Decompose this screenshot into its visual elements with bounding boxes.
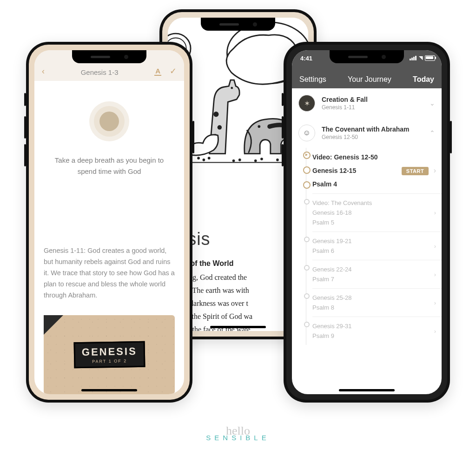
mark-complete-button[interactable]: ✓ bbox=[170, 66, 177, 76]
start-button[interactable]: START bbox=[402, 167, 429, 175]
upcoming-group[interactable]: Genesis 25-28 Psalm 8 › bbox=[312, 288, 442, 317]
video-card-genesis[interactable]: GENESIS PART 1 OF 2 bbox=[44, 315, 175, 394]
chevron-up-icon: ⌃ bbox=[430, 129, 435, 137]
nav-settings[interactable]: Settings bbox=[299, 75, 326, 84]
upcoming-group[interactable]: Genesis 29-31 Psalm 9 › bbox=[312, 317, 442, 345]
timeline-node-icon bbox=[304, 293, 310, 299]
section-covenant-abraham[interactable]: ☺ The Covenant with Abraham Genesis 12-5… bbox=[292, 118, 442, 148]
timeline-node-icon bbox=[303, 181, 311, 189]
phone-devotional: ‹ Genesis 1-3 A ✓ Take a deep breath as … bbox=[26, 42, 192, 403]
svg-point-9 bbox=[203, 159, 205, 161]
svg-point-7 bbox=[258, 125, 260, 128]
chevron-right-icon: › bbox=[434, 271, 436, 278]
section-icon: ☺ bbox=[298, 125, 315, 141]
brand-logo: hello SENSIBLE bbox=[0, 428, 476, 442]
video-title: GENESIS bbox=[81, 345, 137, 358]
status-time: 4:41 bbox=[300, 55, 312, 62]
timeline-node-icon bbox=[304, 265, 310, 271]
passage-summary: Genesis 1-11: God creates a good world, … bbox=[44, 245, 175, 301]
nav-today[interactable]: Today bbox=[413, 75, 434, 84]
app-showcase: esis ion of the World inning, God create… bbox=[0, 0, 476, 476]
section-subtitle: Genesis 12-50 bbox=[322, 134, 430, 140]
svg-point-5 bbox=[218, 125, 222, 129]
phone-journey: 4:41 ◥ Settings Your Journey Today ✶ Cre… bbox=[284, 42, 450, 403]
signal-icon bbox=[410, 56, 416, 60]
chevron-down-icon: ⌄ bbox=[430, 99, 435, 107]
svg-point-10 bbox=[208, 157, 211, 159]
chevron-right-icon: › bbox=[434, 166, 436, 174]
item-psalm-4[interactable]: Psalm 4 bbox=[312, 178, 436, 191]
breathing-prompt: Take a deep breath as you begin to spend… bbox=[48, 155, 170, 177]
svg-point-4 bbox=[213, 112, 218, 117]
svg-point-13 bbox=[254, 159, 257, 162]
section-icon: ✶ bbox=[298, 95, 315, 112]
svg-point-8 bbox=[197, 157, 200, 159]
section-creation-fall[interactable]: ✶ Creation & Fall Genesis 1-11 ⌄ bbox=[292, 88, 442, 118]
timeline-node-icon bbox=[303, 166, 311, 174]
wifi-icon: ◥ bbox=[419, 55, 423, 61]
svg-point-3 bbox=[231, 87, 233, 89]
chevron-right-icon: › bbox=[434, 209, 436, 216]
read-scripture-tag-icon bbox=[44, 315, 63, 335]
section-subtitle: Genesis 1-11 bbox=[322, 104, 430, 111]
chevron-right-icon: › bbox=[434, 328, 436, 335]
journey-list[interactable]: ✶ Creation & Fall Genesis 1-11 ⌄ ☺ The C… bbox=[292, 88, 442, 394]
svg-point-14 bbox=[260, 158, 263, 160]
item-genesis-12-15[interactable]: Genesis 12-15 START › bbox=[312, 164, 436, 178]
upcoming-group[interactable]: Genesis 22-24 Psalm 7 › bbox=[312, 260, 442, 288]
upcoming-group[interactable]: Video: The Covenants Genesis 16-18 Psalm… bbox=[312, 193, 442, 231]
font-size-button[interactable]: A bbox=[154, 67, 161, 76]
section-title: The Covenant with Abraham bbox=[322, 126, 430, 133]
passage-title: Genesis 1-3 bbox=[81, 68, 119, 76]
svg-point-12 bbox=[238, 159, 241, 161]
svg-point-11 bbox=[232, 159, 235, 162]
timeline-node-icon bbox=[304, 199, 310, 205]
video-subtitle: PART 1 OF 2 bbox=[82, 358, 137, 364]
back-button[interactable]: ‹ bbox=[42, 66, 45, 76]
scripture-body[interactable]: inning, God created the arth. The earth … bbox=[177, 271, 299, 331]
timeline-node-play-icon bbox=[303, 152, 311, 159]
chevron-right-icon: › bbox=[434, 299, 436, 306]
battery-icon bbox=[425, 55, 435, 61]
chevron-right-icon: › bbox=[434, 243, 436, 250]
timeline-node-icon bbox=[304, 237, 310, 242]
upcoming-group[interactable]: Genesis 19-21 Psalm 6 › bbox=[312, 231, 442, 260]
timeline-node-icon bbox=[304, 322, 310, 327]
breathing-indicator bbox=[89, 101, 129, 141]
item-video-genesis-12-50[interactable]: Video: Genesis 12-50 bbox=[312, 151, 436, 164]
svg-point-15 bbox=[276, 159, 279, 161]
nav-title: Your Journey bbox=[348, 75, 391, 84]
section-title: Creation & Fall bbox=[322, 96, 430, 103]
